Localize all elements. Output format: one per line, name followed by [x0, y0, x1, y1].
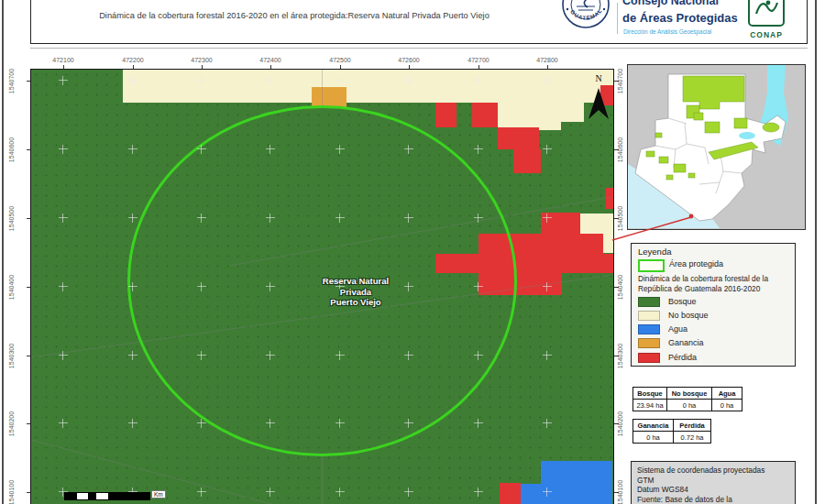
table-header-cell: No bosque — [667, 388, 712, 400]
legend-item: Pérdida — [638, 351, 789, 365]
table-value-cell: 0 ha — [712, 400, 742, 411]
grid-cross — [546, 351, 547, 360]
grid-cross — [478, 145, 478, 154]
area-label-line: Puerto Viejo — [287, 297, 424, 308]
grid-cross — [201, 351, 202, 360]
grid-cross — [408, 351, 409, 360]
grid-cross — [201, 282, 202, 291]
y-axis-tick — [27, 149, 31, 150]
grid-cross — [546, 488, 547, 497]
grid-cross — [132, 214, 133, 223]
grid-cross — [408, 488, 409, 497]
north-arrow: N — [587, 73, 610, 123]
guatemala-seal-icon: GUATEMALA — [559, 0, 612, 32]
org-subname: de Áreas Protegidas — [622, 11, 738, 25]
org-divider — [617, 3, 618, 34]
grid-cross — [62, 282, 63, 291]
grid-cross — [478, 419, 478, 428]
grid-cross — [339, 76, 340, 85]
legend-item-label: Bosque — [668, 297, 697, 306]
y-axis-tick — [27, 218, 31, 219]
grid-cross — [339, 488, 340, 497]
y-axis-tick — [614, 149, 619, 150]
stats-table-forest: Bosque No bosque Agua 23.94 ha 0 ha 0 ha — [632, 387, 742, 411]
y-axis-tick — [27, 287, 31, 288]
x-axis-tick — [547, 65, 548, 70]
x-axis-tick — [202, 65, 203, 70]
x-axis-label: 472400 — [248, 57, 293, 63]
y-axis-tick — [614, 287, 619, 288]
page-title: Dinámica de la cobertura forestal 2016-2… — [65, 10, 523, 22]
x-axis-tick — [409, 65, 410, 70]
page: Dinámica de la cobertura forestal 2016-2… — [0, 0, 825, 504]
x-axis-tick — [270, 65, 271, 70]
y-axis-label-right: 1540100 — [617, 467, 625, 504]
grid-cross — [270, 419, 270, 428]
header-box: Dinámica de la cobertura forestal 2016-2… — [30, 0, 808, 44]
y-axis-tick — [27, 492, 31, 493]
y-axis-tick — [27, 356, 31, 356]
x-axis-tick — [63, 65, 64, 70]
y-axis-tick — [614, 356, 619, 356]
grid-cross — [270, 145, 270, 154]
grid-cross — [339, 145, 340, 154]
legend-swatch — [638, 324, 660, 334]
grid-cross — [201, 76, 202, 85]
grid-cross — [478, 214, 478, 223]
legend-swatch — [638, 297, 660, 307]
x-axis-label: 472200 — [110, 57, 156, 63]
scale-bar — [64, 492, 150, 500]
grid-cross — [201, 145, 202, 154]
grid-cross — [201, 488, 202, 497]
road-line — [229, 197, 612, 266]
inset-lake-izabal — [739, 132, 755, 139]
legend-swatch — [638, 311, 660, 321]
grid-cross — [478, 351, 478, 360]
grid-cross — [132, 145, 133, 154]
y-axis-label-left: 1540600 — [8, 125, 16, 174]
grid-cross — [546, 282, 547, 291]
grid-cross — [270, 214, 270, 223]
legend-swatch — [638, 338, 660, 348]
legend-item-label: Agua — [668, 324, 688, 334]
grid-cross — [62, 214, 63, 223]
info-line: Datum WGS84 — [637, 485, 789, 495]
grid-cross — [478, 282, 478, 291]
table-value-cell: 0 ha — [667, 400, 712, 411]
x-axis-tick — [478, 65, 479, 70]
x-axis-label: 472800 — [524, 57, 570, 63]
grid-cross — [408, 419, 409, 428]
legend-item-label: No bosque — [668, 311, 709, 320]
area-label: Reserva NaturalPrivadaPuerto Viejo — [287, 276, 424, 308]
grid-cross — [132, 282, 133, 291]
grid-cross — [478, 76, 478, 85]
grid-cross — [408, 214, 409, 223]
table-header-cell: Pérdida — [674, 420, 711, 432]
table-header-cell: Agua — [712, 388, 742, 400]
inset-map — [627, 64, 806, 230]
conap-logo-icon — [748, 0, 785, 27]
table-value-cell: 0.72 ha — [674, 432, 711, 444]
grid-cross — [62, 419, 63, 428]
x-axis-tick — [133, 65, 134, 70]
y-axis-tick — [27, 81, 31, 82]
grid-cross — [408, 145, 409, 154]
grid-cross — [62, 351, 63, 360]
y-axis-tick — [614, 492, 619, 493]
stats-table-change: Ganancia Pérdida 0 ha 0.72 ha — [632, 419, 711, 444]
grid-cross — [546, 419, 547, 428]
area-label-line: Privada — [287, 287, 424, 298]
grid-cross — [270, 351, 270, 360]
grid-cross — [546, 214, 547, 223]
legend-item: No bosque — [638, 309, 789, 323]
legend-item-label: Pérdida — [668, 353, 697, 362]
grid-cross — [132, 76, 133, 85]
grid-cross — [201, 214, 202, 223]
page-border-right — [815, 0, 817, 504]
area-label-line: Reserva Natural — [287, 276, 424, 287]
scale-km-label: Km — [151, 490, 166, 499]
legend-item: Ganancia — [638, 337, 789, 351]
info-line: Sistema de coordenadas proyectadas — [637, 466, 789, 476]
page-border-left — [2, 0, 4, 504]
x-axis-label: 472100 — [40, 57, 86, 63]
